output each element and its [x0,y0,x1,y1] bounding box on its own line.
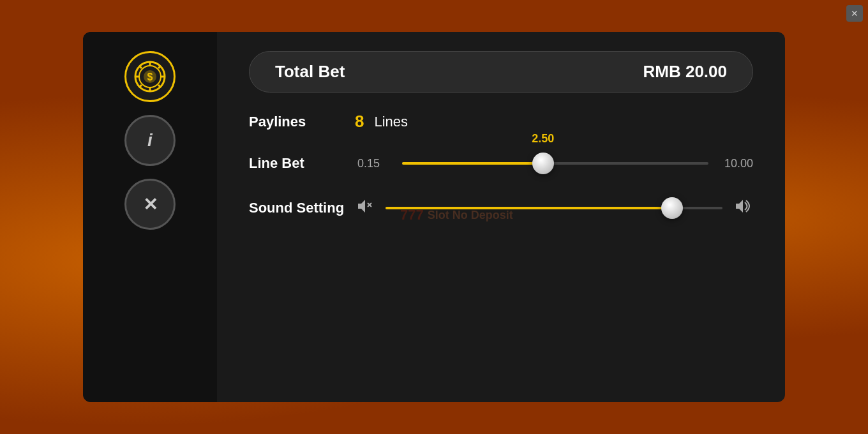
sound-fill [385,207,672,209]
svg-marker-12 [358,200,365,213]
close-sidebar-button[interactable]: ✕ [124,179,176,230]
linebet-min: 0.15 [357,157,389,170]
sound-slider-container[interactable] [385,195,722,221]
svg-text:$: $ [147,71,153,82]
linebet-fill [402,162,543,165]
main-panel: $ i ✕ Total Bet RMB 20.00 Paylines 8 Lin… [83,32,785,402]
paylines-unit: Lines [374,114,408,130]
paylines-label: Paylines [249,114,345,130]
svg-line-10 [139,85,142,87]
linebet-tooltip: 2.50 [532,132,554,146]
svg-line-8 [158,85,161,87]
sound-setting-label: Sound Setting [249,200,345,216]
info-button[interactable]: i [124,115,176,166]
linebet-row: Line Bet 0.15 2.50 10.00 [249,151,753,176]
linebet-track [402,162,708,165]
linebet-slider-container[interactable]: 2.50 [402,151,708,176]
linebet-section: Line Bet 0.15 2.50 10.00 [249,151,753,176]
svg-line-7 [139,66,142,68]
linebet-max: 10.00 [721,157,753,170]
sound-thumb[interactable] [661,197,683,219]
content-area: Total Bet RMB 20.00 Paylines 8 Lines 777… [217,32,785,402]
paylines-row: Paylines 8 Lines [249,112,753,131]
sound-mute-icon[interactable] [357,199,373,217]
chip-icon: $ [133,60,167,93]
mute-svg [357,199,373,213]
svg-line-9 [158,66,161,68]
svg-marker-15 [736,200,743,213]
paylines-number: 8 [355,112,364,131]
speaker-svg [735,199,753,213]
window-close-button[interactable]: ✕ [846,5,863,22]
info-icon: i [147,130,153,151]
close-icon: ✕ [143,194,158,215]
total-bet-value: RMB 20.00 [643,62,728,82]
sound-row: Sound Setting [249,195,753,221]
total-bet-bar: Total Bet RMB 20.00 [249,51,753,93]
linebet-label: Line Bet [249,155,345,172]
total-bet-label: Total Bet [275,62,345,82]
sound-high-icon[interactable] [735,199,753,217]
chip-button[interactable]: $ [124,51,176,102]
sidebar: $ i ✕ [83,32,217,402]
linebet-thumb[interactable]: 2.50 [532,153,554,174]
